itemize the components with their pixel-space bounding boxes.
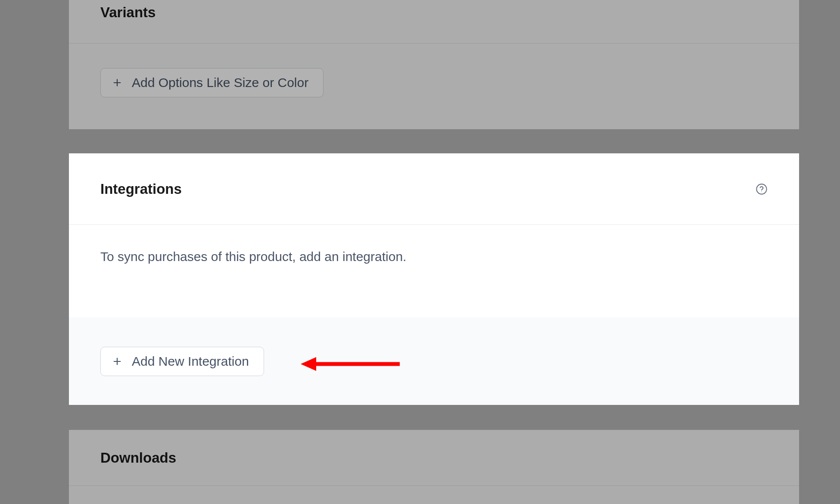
downloads-title: Downloads — [100, 450, 176, 466]
plus-icon — [112, 357, 122, 366]
add-new-integration-label: Add New Integration — [132, 355, 249, 368]
add-new-integration-button[interactable]: Add New Integration — [100, 347, 264, 376]
plus-icon — [112, 78, 122, 87]
variants-title: Variants — [100, 4, 156, 21]
integrations-section: Integrations To sync purchases of this p… — [69, 153, 799, 405]
variants-body: Add Options Like Size or Color — [69, 43, 799, 129]
integrations-description: To sync purchases of this product, add a… — [100, 249, 768, 264]
add-options-label: Add Options Like Size or Color — [132, 76, 308, 89]
integrations-footer: Add New Integration — [69, 317, 799, 405]
integrations-header: Integrations — [69, 153, 799, 225]
help-circle-icon[interactable] — [756, 183, 768, 195]
integrations-body: To sync purchases of this product, add a… — [69, 225, 799, 317]
add-options-button[interactable]: Add Options Like Size or Color — [100, 68, 324, 97]
svg-point-2 — [756, 184, 766, 194]
integrations-title: Integrations — [100, 181, 182, 197]
variants-header: Variants — [69, 0, 799, 43]
downloads-header: Downloads — [69, 430, 799, 486]
downloads-section: Downloads — [69, 430, 799, 504]
svg-point-3 — [761, 191, 762, 192]
variants-section: Variants Add Options Like Size or Color — [69, 0, 799, 129]
